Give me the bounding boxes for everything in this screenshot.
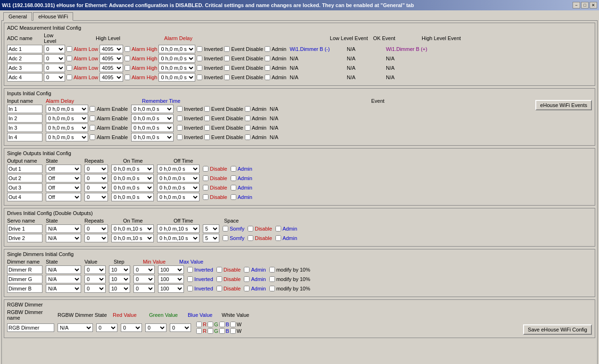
adc2-admin-check[interactable] <box>265 56 270 61</box>
adc1-inverted-check[interactable] <box>197 46 202 52</box>
out3-disable-check[interactable] <box>203 185 208 190</box>
rgbw-name-input[interactable] <box>7 323 54 332</box>
rgbw-r1-check[interactable] <box>196 322 202 327</box>
out1-offtime-select[interactable]: 0 h,0 m,0 s <box>157 165 200 173</box>
adc1-admin-check[interactable] <box>265 46 270 52</box>
tab-ehouse-wifi[interactable]: eHouse WiFi <box>33 12 73 21</box>
drive1-disable-check[interactable] <box>248 226 253 232</box>
drive2-somfy-check[interactable] <box>223 235 228 241</box>
adc2-name-input[interactable] <box>7 54 42 63</box>
dimmerg-disable-check[interactable] <box>216 276 222 282</box>
in1-inverted-check[interactable] <box>177 106 183 112</box>
rgbw-blue-select[interactable]: 0 <box>145 323 166 332</box>
drive1-somfy-check[interactable] <box>223 226 228 232</box>
dimmerb-modify-check[interactable] <box>269 286 275 291</box>
rgbw-white-select[interactable]: 0 <box>170 323 191 332</box>
adc1-high-select[interactable]: 4095 <box>100 45 123 53</box>
adc2-alarm-high-check[interactable] <box>125 56 130 61</box>
drive1-state-select[interactable]: N/A <box>46 224 81 233</box>
in4-delay-select[interactable]: 0 h,0 m,0 s <box>46 133 88 141</box>
out4-state-select[interactable]: Off <box>46 193 81 201</box>
out2-offtime-select[interactable]: 0 h,0 m,0 s <box>157 174 200 182</box>
in3-name-input[interactable] <box>7 124 42 132</box>
in1-name-input[interactable] <box>7 105 42 113</box>
adc1-alarm-low-check[interactable] <box>67 46 72 52</box>
in4-inverted-check[interactable] <box>177 134 183 140</box>
in3-delay-select[interactable]: 0 h,0 m,0 s <box>46 124 88 132</box>
dimmerr-value-select[interactable]: 0 <box>84 265 106 274</box>
rgbw-r2-check[interactable] <box>196 328 202 334</box>
adc4-inverted-check[interactable] <box>197 74 202 80</box>
dimmerr-admin-check[interactable] <box>244 267 250 273</box>
out1-repeats-select[interactable]: 0 <box>84 165 108 173</box>
dimmerb-step-select[interactable]: 10 <box>109 284 130 293</box>
in3-alarm-enable-check[interactable] <box>90 125 95 131</box>
adc2-event-disable-check[interactable] <box>224 56 230 61</box>
rgbw-red-select[interactable]: 0 <box>96 323 117 332</box>
out3-offtime-select[interactable]: 0 h,0 m,0 s <box>157 183 200 192</box>
dimmerr-name-input[interactable] <box>7 265 42 274</box>
dimmerb-max-select[interactable]: 100 <box>158 284 184 293</box>
out4-admin-check[interactable] <box>231 194 236 200</box>
drive1-space-select[interactable]: 5 <box>203 224 219 233</box>
in1-event-disable-check[interactable] <box>204 106 210 112</box>
dimmerr-min-select[interactable]: 0 <box>133 265 155 274</box>
in2-admin-check[interactable] <box>245 116 250 121</box>
in1-remember-select[interactable]: 0 h,0 m,0 s <box>131 105 174 113</box>
adc4-low-select[interactable]: 0 <box>44 73 65 82</box>
in3-event-disable-check[interactable] <box>204 125 210 131</box>
dimmerb-value-select[interactable]: 0 <box>84 284 106 293</box>
in2-alarm-enable-check[interactable] <box>90 116 95 121</box>
adc2-high-select[interactable]: 4095 <box>100 54 123 63</box>
rgbw-w2-check[interactable] <box>230 328 236 334</box>
in2-delay-select[interactable]: 0 h,0 m,0 s <box>46 114 88 123</box>
dimmerg-name-input[interactable] <box>7 275 42 283</box>
adc3-inverted-check[interactable] <box>197 65 202 71</box>
drive2-state-select[interactable]: N/A <box>46 234 81 242</box>
ehouse-wifi-events-button[interactable]: eHouse WiFi Events <box>535 100 592 110</box>
adc1-alarm-high-check[interactable] <box>125 46 130 52</box>
dimmerb-state-select[interactable]: N/A <box>46 284 81 293</box>
out3-state-select[interactable]: Off <box>46 183 81 192</box>
adc1-event-disable-check[interactable] <box>224 46 230 52</box>
tab-general[interactable]: General <box>3 12 32 21</box>
out1-name-input[interactable] <box>7 165 42 173</box>
in4-alarm-enable-check[interactable] <box>90 134 95 140</box>
drive2-space-select[interactable]: 5 <box>203 234 219 242</box>
drive1-admin-check[interactable] <box>275 226 281 232</box>
dimmerb-min-select[interactable]: 0 <box>133 284 155 293</box>
close-button[interactable]: ✕ <box>590 2 597 8</box>
out2-state-select[interactable]: Off <box>46 174 81 182</box>
out2-name-input[interactable] <box>7 174 42 182</box>
dimmerb-admin-check[interactable] <box>244 286 250 291</box>
adc4-high-select[interactable]: 4095 <box>100 73 123 82</box>
adc3-alarm-high-check[interactable] <box>125 65 130 71</box>
out2-admin-check[interactable] <box>231 175 236 181</box>
adc3-delay-select[interactable]: 0 h,0 m,0 s <box>158 64 195 72</box>
drive1-ontime-select[interactable]: 0 h,0 m,10 s <box>111 224 154 233</box>
adc3-high-select[interactable]: 4095 <box>100 64 123 72</box>
adc3-low-select[interactable]: 0 <box>44 64 65 72</box>
out3-ontime-select[interactable]: 0 h,0 m,0 s <box>111 183 154 192</box>
dimmerg-value-select[interactable]: 0 <box>84 275 106 283</box>
in4-name-input[interactable] <box>7 133 42 141</box>
dimmerb-inverted-check[interactable] <box>187 286 193 291</box>
adc4-name-input[interactable] <box>7 73 42 82</box>
dimmerr-modify-check[interactable] <box>269 267 275 273</box>
drive2-disable-check[interactable] <box>248 235 253 241</box>
out2-disable-check[interactable] <box>203 175 208 181</box>
in1-delay-select[interactable]: 0 h,0 m,0 s <box>46 105 88 113</box>
out3-repeats-select[interactable]: 0 <box>84 183 108 192</box>
dimmerg-admin-check[interactable] <box>244 276 250 282</box>
in4-event-disable-check[interactable] <box>204 134 210 140</box>
rgbw-g2-check[interactable] <box>208 328 213 334</box>
dimmerg-state-select[interactable]: N/A <box>46 275 81 283</box>
in3-remember-select[interactable]: 0 h,0 m,0 s <box>131 124 174 132</box>
adc4-alarm-low-check[interactable] <box>67 74 72 80</box>
drive2-admin-check[interactable] <box>275 235 281 241</box>
out1-admin-check[interactable] <box>231 166 236 172</box>
rgbw-state-select[interactable]: N/A <box>58 323 93 332</box>
adc4-admin-check[interactable] <box>265 74 270 80</box>
out4-ontime-select[interactable]: 0 h,0 m,0 s <box>111 193 154 201</box>
dimmerg-inverted-check[interactable] <box>187 276 193 282</box>
